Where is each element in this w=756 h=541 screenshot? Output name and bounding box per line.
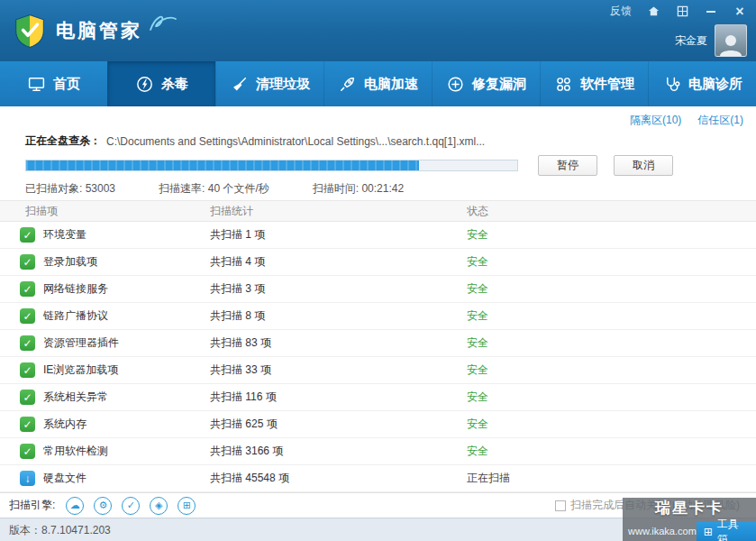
scan-item-stats: 共扫描 83 项 — [210, 335, 467, 351]
scan-item-name: 资源管理器插件 — [43, 335, 119, 351]
progress-line: 暂停 取消 — [25, 152, 756, 178]
scan-item-name: 系统相关异常 — [43, 390, 108, 405]
patch-icon — [446, 75, 465, 94]
table-row: ✓系统内存 共扫描 625 项 安全 — [0, 411, 756, 438]
safe-shield-icon: ✓ — [20, 254, 35, 270]
tab-speedup[interactable]: 电脑加速 — [323, 61, 432, 106]
account-area[interactable]: 宋金夏 — [675, 24, 747, 57]
stethoscope-icon — [662, 75, 681, 94]
minimize-button[interactable] — [704, 5, 718, 19]
toolbox-label: 工具箱 — [717, 517, 749, 541]
scan-item-stats: 共扫描 3 项 — [210, 281, 467, 297]
safe-shield-icon: ✓ — [20, 335, 35, 351]
signature-doodle-icon — [148, 12, 178, 39]
scan-item-name: 链路广播协议 — [43, 308, 108, 324]
table-row: ✓系统相关异常 共扫描 116 项 安全 — [0, 384, 756, 411]
scan-item-stats: 共扫描 45548 项 — [210, 471, 467, 486]
tab-clean-junk[interactable]: 清理垃圾 — [215, 61, 323, 106]
table-row: ✓环境变量 共扫描 1 项 安全 — [0, 222, 756, 249]
trust-zone-link[interactable]: 信任区(1) — [697, 113, 743, 128]
avatar[interactable] — [715, 24, 747, 57]
col-header-item: 扫描项 — [25, 204, 210, 219]
tab-fix-vulnerabilities[interactable]: 修复漏洞 — [432, 61, 540, 106]
feedback-link[interactable]: 反馈 — [610, 4, 632, 19]
monitor-icon — [27, 75, 46, 94]
current-scan-line: 正在全盘查杀： C:\Documents and Settings\Admini… — [25, 130, 756, 152]
safe-shield-icon: ✓ — [20, 390, 35, 405]
table-row: ✓常用软件检测 共扫描 3166 项 安全 — [0, 438, 756, 465]
scan-progress-block: 正在全盘查杀： C:\Documents and Settings\Admini… — [0, 130, 756, 200]
broom-icon — [230, 75, 249, 94]
table-header: 扫描项 扫描统计 状态 — [0, 200, 756, 222]
tab-pc-clinic[interactable]: 电脑诊所 — [648, 61, 756, 106]
close-button[interactable]: × — [733, 5, 747, 19]
zone-links: 隔离区(10) 信任区(1) — [0, 106, 756, 130]
scanning-shield-icon: ↓ — [20, 471, 35, 486]
safe-shield-icon: ✓ — [20, 227, 35, 243]
tab-antivirus[interactable]: 杀毒 — [107, 61, 215, 106]
scan-content: 隔离区(10) 信任区(1) 正在全盘查杀： C:\Documents and … — [0, 106, 756, 492]
table-row: ✓链路广播协议 共扫描 8 项 安全 — [0, 303, 756, 330]
scan-item-stats: 共扫描 33 项 — [210, 362, 467, 378]
user-name: 宋金夏 — [675, 33, 707, 49]
scan-item-name: 硬盘文件 — [43, 471, 87, 486]
version-text: 版本：8.7.10471.203 — [9, 523, 111, 538]
safe-shield-icon: ✓ — [20, 444, 35, 459]
tab-label: 软件管理 — [580, 76, 634, 93]
tab-software-manager[interactable]: 软件管理 — [540, 61, 648, 106]
safe-shield-icon: ✓ — [20, 417, 35, 432]
lightning-shield-icon — [135, 75, 154, 94]
scan-progress-fill — [26, 160, 419, 170]
scan-item-stats: 共扫描 8 项 — [210, 308, 467, 324]
toolbox-grid-icon: ⊞ — [704, 527, 713, 537]
tab-label: 首页 — [53, 76, 80, 93]
tab-home[interactable]: 首页 — [0, 61, 107, 106]
scan-item-stats: 共扫描 4 项 — [210, 254, 467, 270]
scan-item-status: 安全 — [467, 390, 756, 405]
auto-shutdown-checkbox[interactable] — [555, 500, 566, 511]
cloud-engine-icon: ☁ — [66, 497, 84, 515]
scan-item-stats: 共扫描 116 项 — [210, 390, 467, 405]
scan-item-name: 系统内存 — [43, 417, 87, 432]
app-title: 电脑管家 — [56, 18, 142, 43]
watermark-overlay: 瑞星卡卡 www.ikaka.com ⊞ 工具箱 — [623, 498, 756, 541]
system-engine-icon: ⚙ — [94, 497, 112, 515]
scan-item-name: 常用软件检测 — [43, 444, 108, 459]
home-icon[interactable] — [646, 5, 660, 19]
scan-item-name: 环境变量 — [43, 227, 87, 243]
tab-label: 电脑加速 — [364, 76, 418, 93]
pause-button[interactable]: 暂停 — [538, 155, 597, 176]
watermark-url: www.ikaka.com — [623, 526, 697, 541]
pc-manager-window: 电脑管家 反馈 × 宋金夏 — [0, 0, 756, 541]
scan-item-name: 网络链接服务 — [43, 281, 108, 297]
scan-item-name: IE浏览器加载项 — [43, 362, 118, 378]
scan-status-label: 正在全盘查杀： — [25, 133, 101, 149]
apps-grid-icon[interactable] — [675, 5, 689, 19]
quarantine-zone-link[interactable]: 隔离区(10) — [630, 113, 681, 128]
tab-label: 杀毒 — [161, 76, 188, 93]
table-row: ↓硬盘文件 共扫描 45548 项 正在扫描 — [0, 465, 756, 492]
windows-engine-icon: ⊞ — [178, 497, 196, 515]
close-icon: × — [735, 5, 743, 19]
scan-item-name: 登录加载项 — [43, 254, 97, 270]
minimize-icon — [706, 11, 715, 13]
scan-progress-bar — [25, 160, 518, 171]
scan-stats-line: 已扫描对象: 53003 扫描速率: 40 个文件/秒 扫描时间: 00:21:… — [25, 178, 756, 200]
safe-shield-icon: ✓ — [20, 281, 35, 297]
tab-label: 电脑诊所 — [688, 76, 742, 93]
current-file-path: C:\Documents and Settings\Administrator\… — [106, 135, 485, 148]
tab-label: 清理垃圾 — [256, 76, 310, 93]
app-logo-shield-icon — [13, 14, 47, 48]
scan-item-status: 安全 — [467, 417, 756, 432]
titlebar-controls: 反馈 × — [610, 4, 747, 19]
title-bar: 电脑管家 反馈 × 宋金夏 — [0, 0, 756, 61]
tab-label: 修复漏洞 — [472, 76, 526, 93]
scan-item-status: 安全 — [467, 281, 756, 297]
scan-item-status: 安全 — [467, 362, 756, 378]
main-nav: 首页 杀毒 清理垃圾 电脑加速 修复漏洞 — [0, 61, 756, 106]
scan-rate: 扫描速率: 40 个文件/秒 — [159, 181, 269, 197]
safe-shield-icon: ✓ — [20, 362, 35, 378]
toolbox-button[interactable]: ⊞ 工具箱 — [697, 522, 756, 541]
scanned-objects-count: 已扫描对象: 53003 — [25, 181, 115, 197]
cancel-button[interactable]: 取消 — [614, 155, 673, 176]
